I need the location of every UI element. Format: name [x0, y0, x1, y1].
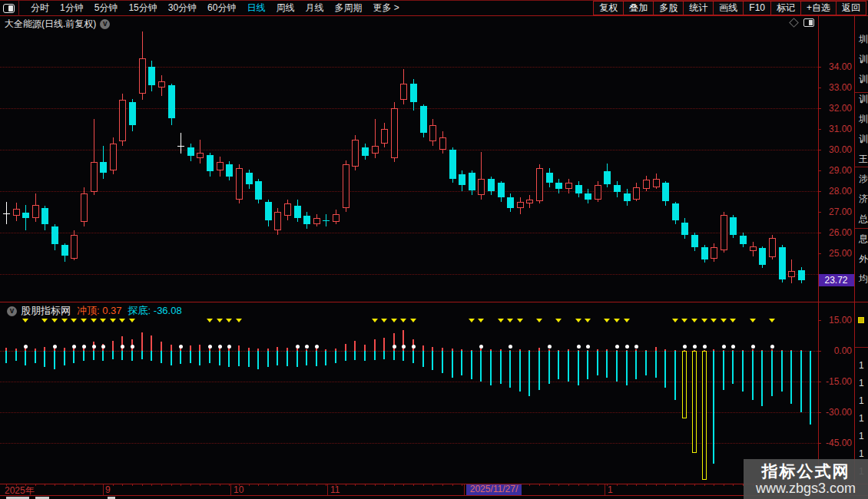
toolbar-button-7[interactable]: +自选: [800, 1, 837, 15]
candle: [672, 203, 679, 220]
period-tab-0[interactable]: 分时: [31, 2, 49, 15]
indicator-bar-down: [121, 351, 123, 360]
watermark-title: 指标公式网: [762, 462, 850, 481]
indicator-bar-down: [209, 351, 210, 363]
app-window: 分时1分钟5分钟15分钟30分钟60分钟日线周线月线多周期更多 > 复权叠加多股…: [0, 0, 868, 499]
toolbar-button-4[interactable]: 画线: [713, 1, 744, 15]
candle: [226, 164, 233, 177]
toolbar-button-2[interactable]: 多股: [653, 1, 684, 15]
clipped-bottom-row: [0, 496, 868, 499]
period-tab-5[interactable]: 60分钟: [207, 2, 236, 15]
candle: [303, 216, 310, 224]
indicator-bar-down: [578, 351, 579, 385]
candlestick-chart[interactable]: [0, 16, 818, 302]
indicator-bar-down: [412, 351, 414, 363]
chevron-down-icon[interactable]: v: [7, 306, 17, 316]
period-tab-4[interactable]: 30分钟: [168, 2, 197, 15]
period-tab-6[interactable]: 日线: [247, 2, 265, 15]
white-dot-marker: [751, 345, 755, 349]
indicator-bar-down: [480, 351, 482, 382]
yellow-triangle-marker: [721, 319, 727, 322]
candle: [779, 247, 786, 279]
toolbar-button-0[interactable]: 复权: [593, 1, 624, 15]
white-dot-marker: [179, 345, 183, 349]
panel-toggle-icon[interactable]: [3, 4, 15, 13]
yellow-triangle-marker: [507, 319, 513, 322]
candle: [750, 246, 757, 252]
yellow-triangle-marker: [91, 319, 97, 322]
yellow-triangle-marker: [624, 319, 630, 322]
toolbar-button-8[interactable]: 返回: [836, 1, 866, 15]
period-tab-8[interactable]: 月线: [305, 2, 323, 15]
toolbar-button-3[interactable]: 统计: [683, 1, 714, 15]
yellow-triangle-marker: [730, 319, 736, 322]
indicator-bar-down: [141, 351, 143, 359]
indicator-bar-down: [383, 351, 385, 359]
candle: [459, 174, 465, 185]
period-tab-2[interactable]: 5分钟: [94, 2, 118, 15]
indicator-bar-down: [616, 351, 618, 382]
candle: [41, 208, 48, 225]
white-dot-marker: [402, 345, 406, 349]
candle: [555, 183, 562, 189]
indicator-bar-down: [93, 351, 94, 360]
yellow-triangle-marker: [498, 319, 504, 322]
toolbar-button-6[interactable]: 标记: [770, 1, 801, 15]
watermark-url: www.zbgs3.com: [756, 481, 856, 497]
white-dot-marker: [121, 345, 124, 349]
yellow-triangle-marker: [207, 319, 213, 322]
toolbar-button-5[interactable]: F10: [743, 1, 771, 15]
indicator-bar-up: [345, 344, 346, 351]
candle: [187, 147, 194, 156]
date-separator: [327, 484, 328, 495]
candle: [546, 173, 553, 183]
candle: [91, 162, 98, 192]
yellow-triangle-marker: [129, 319, 135, 322]
diamond-icon[interactable]: [789, 18, 799, 28]
tandi-label: 探底: -36.08: [128, 304, 182, 318]
panel-divider: [0, 302, 868, 302]
toolbar-buttons: 复权叠加多股统计画线F10标记+自选返回: [594, 1, 866, 15]
indicator-value-label: 0.00: [834, 345, 852, 356]
white-dot-marker: [479, 345, 483, 349]
toolbar-button-1[interactable]: 叠加: [623, 1, 654, 15]
yellow-triangle-marker: [217, 319, 223, 322]
window-split-icon[interactable]: [803, 18, 814, 27]
period-tab-3[interactable]: 15分钟: [128, 2, 157, 15]
strip-clipped-char: 训: [859, 73, 868, 86]
candle: [313, 218, 320, 224]
period-tab-7[interactable]: 周线: [276, 2, 294, 15]
white-dot-marker: [722, 345, 726, 349]
price-label: 28.00: [829, 186, 852, 197]
indicator-bar-up: [161, 342, 162, 351]
indicator-bar-down: [180, 351, 181, 364]
indicator-value-label: -15.00: [826, 376, 852, 387]
white-dot-marker: [770, 345, 774, 349]
candle: [643, 180, 650, 189]
indicator-bar-down: [761, 351, 763, 406]
white-dot-marker: [586, 345, 590, 349]
strip-yellow-icon: [858, 317, 864, 323]
chevron-down-icon[interactable]: v: [100, 19, 110, 29]
yellow-triangle-marker: [100, 319, 106, 322]
candle: [740, 236, 747, 244]
indicator-panel[interactable]: [0, 302, 818, 484]
indicator-bar-down: [297, 351, 298, 367]
yellow-triangle-marker: [226, 319, 232, 322]
white-dot-marker: [577, 345, 581, 349]
candle: [265, 202, 272, 220]
candle: [469, 173, 475, 190]
period-tab-10[interactable]: 更多 >: [373, 2, 399, 15]
indicator-bar-down: [161, 351, 162, 363]
period-tab-9[interactable]: 多周期: [334, 2, 362, 15]
candle-wick: [181, 133, 181, 154]
period-tab-1[interactable]: 1分钟: [60, 2, 84, 15]
indicator-bar-down: [15, 351, 17, 361]
period-tabs: 分时1分钟5分钟15分钟30分钟60分钟日线周线月线多周期更多 >: [25, 2, 405, 15]
right-sidebar-strip[interactable]: 圳训训训圳训王涉济总息外均1111111: [854, 16, 868, 495]
candle: [343, 164, 350, 208]
yellow-triangle-marker: [575, 319, 581, 322]
indicator-bar-down: [587, 351, 588, 379]
yellow-triangle-marker: [71, 319, 77, 322]
candle: [255, 181, 262, 200]
